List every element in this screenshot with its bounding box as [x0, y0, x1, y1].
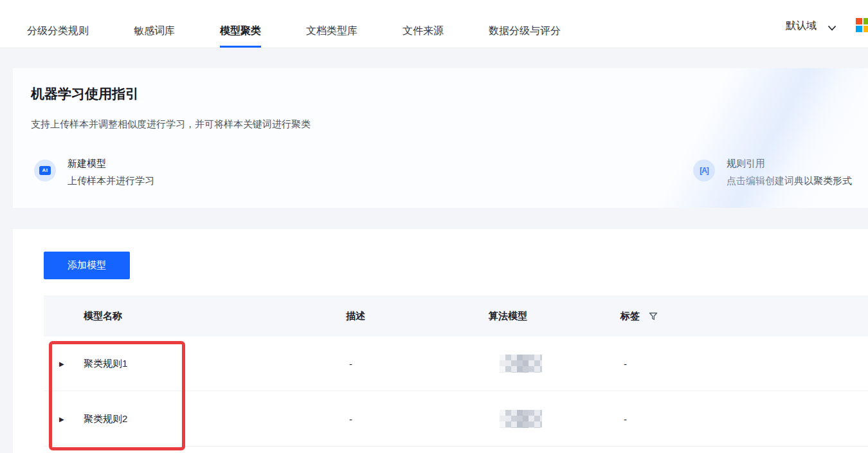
- guide-rule-quote: [A] 规则引用 点击编辑创建词典以聚类形式: [693, 154, 852, 189]
- table-header-row: 模型名称 描述 算法模型 标签: [44, 295, 868, 337]
- ai-model-icon: AI: [34, 160, 56, 181]
- logo-square-blue: [856, 26, 862, 32]
- tab-classification-rules[interactable]: 分级分类规则: [27, 0, 89, 48]
- column-header-model-name: 模型名称: [84, 310, 122, 322]
- description-cell: -: [349, 413, 352, 424]
- rule-quote-icon: [A]: [693, 160, 715, 181]
- tag-cell: -: [624, 413, 627, 424]
- table-row[interactable]: ▶ 聚类规则2 - -: [44, 391, 868, 447]
- table-row[interactable]: ▶ 聚类规则1 - -: [44, 337, 868, 391]
- model-name-cell: 聚类规则1: [84, 358, 127, 370]
- redacted-algorithm-value: [500, 410, 542, 428]
- tab-document-type-library[interactable]: 文档类型库: [306, 0, 357, 48]
- guide-title: 新建模型: [68, 154, 154, 172]
- guide-desc: 点击编辑创建词典以聚类形式: [727, 172, 852, 189]
- column-header-tag: 标签: [620, 310, 658, 322]
- expand-caret-icon[interactable]: ▶: [59, 360, 64, 367]
- guide-desc: 上传样本并进行学习: [68, 172, 154, 189]
- logo-square-yellow: [863, 26, 868, 32]
- guide-new-model: AI 新建模型 上传样本并进行学习: [34, 154, 154, 189]
- rule-quote-glyph: [A]: [700, 166, 709, 175]
- top-nav: 分级分类规则 敏感词库 模型聚类 文档类型库 文件来源 数据分级与评分 默认域: [0, 0, 868, 48]
- guide-title: 规则引用: [727, 154, 852, 172]
- ml-guide-banner: 机器学习使用指引 支持上传样本并调整相似度进行学习，并可将样本关键词进行聚类 A…: [13, 68, 868, 208]
- description-cell: -: [349, 358, 352, 369]
- tab-sensitive-words[interactable]: 敏感词库: [134, 0, 175, 48]
- logo-square-green: [863, 18, 868, 24]
- domain-selector[interactable]: 默认域: [786, 19, 817, 33]
- column-header-algorithm: 算法模型: [489, 310, 527, 322]
- tab-model-clustering[interactable]: 模型聚类: [220, 0, 261, 48]
- filter-icon[interactable]: [649, 311, 658, 320]
- redacted-algorithm-value: [500, 355, 542, 373]
- model-table-card: 添加模型 模型名称 描述 算法模型 标签 ▶ 聚类规则1 - - ▶ 聚类规则2…: [13, 229, 868, 453]
- add-model-button[interactable]: 添加模型: [44, 252, 130, 279]
- model-name-cell: 聚类规则2: [84, 412, 127, 425]
- banner-title: 机器学习使用指引: [31, 85, 139, 103]
- logo-square-red: [856, 18, 862, 24]
- expand-caret-icon[interactable]: ▶: [59, 415, 64, 422]
- ai-chip-glyph: AI: [39, 166, 51, 175]
- tab-file-source[interactable]: 文件来源: [402, 0, 444, 48]
- tab-data-grading-scoring[interactable]: 数据分级与评分: [489, 0, 561, 48]
- tag-header-label: 标签: [620, 310, 640, 322]
- banner-subtitle: 支持上传样本并调整相似度进行学习，并可将样本关键词进行聚类: [31, 118, 311, 131]
- column-header-description: 描述: [346, 310, 365, 322]
- tab-bar: 分级分类规则 敏感词库 模型聚类 文档类型库 文件来源 数据分级与评分: [0, 0, 868, 48]
- window-logo-icon[interactable]: [856, 18, 868, 32]
- chevron-down-icon[interactable]: [828, 26, 836, 31]
- tag-cell: -: [624, 358, 627, 369]
